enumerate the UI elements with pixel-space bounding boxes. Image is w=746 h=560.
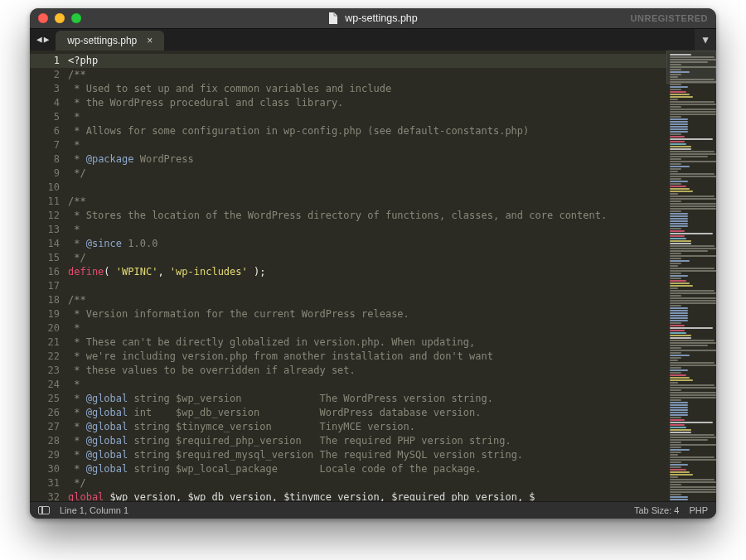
line-number[interactable]: 24 xyxy=(30,378,68,392)
code-line[interactable]: * @global string $required_php_version T… xyxy=(68,434,666,448)
code-line[interactable]: define( 'WPINC', 'wp-includes' ); xyxy=(68,265,666,279)
code-line[interactable]: * These can't be directly globalized in … xyxy=(68,336,666,350)
history-nav: ◀ ▶ xyxy=(30,29,56,50)
code-line[interactable]: * xyxy=(68,138,666,152)
editor-window: wp-settings.php UNREGISTERED ◀ ▶ wp-sett… xyxy=(30,8,716,519)
code-line[interactable] xyxy=(68,279,666,293)
line-number[interactable]: 6 xyxy=(30,124,68,138)
minimize-window-button[interactable] xyxy=(55,13,65,23)
zoom-window-button[interactable] xyxy=(71,13,81,23)
code-line[interactable]: */ xyxy=(68,251,666,265)
code-line[interactable]: /** xyxy=(68,68,666,82)
document-icon xyxy=(328,12,338,24)
code-line[interactable]: * we're including version.php from anoth… xyxy=(68,350,666,364)
code-line[interactable]: <?php xyxy=(68,54,666,68)
code-line[interactable]: * xyxy=(68,321,666,336)
line-number[interactable]: 11 xyxy=(30,195,68,209)
tabstrip: ◀ ▶ wp-settings.php × ▼ xyxy=(30,28,716,50)
code-line[interactable]: * @package WordPress xyxy=(68,152,666,167)
license-status[interactable]: UNREGISTERED xyxy=(631,13,708,23)
line-number[interactable]: 16 xyxy=(30,265,68,279)
code-line[interactable]: * @global int $wp_db_version WordPress d… xyxy=(68,406,666,420)
line-number[interactable]: 30 xyxy=(30,462,68,476)
code-line[interactable] xyxy=(68,181,666,195)
line-number[interactable]: 7 xyxy=(30,138,68,152)
code-line[interactable]: * xyxy=(68,223,666,237)
code-line[interactable]: global $wp_version, $wp_db_version, $tin… xyxy=(68,490,666,502)
line-number[interactable]: 4 xyxy=(30,96,68,110)
code-line[interactable]: * @global string $required_mysql_version… xyxy=(68,448,666,462)
chevron-down-icon: ▼ xyxy=(702,34,708,46)
code-line[interactable]: * the WordPress procedural and class lib… xyxy=(68,96,666,110)
code-line[interactable]: * @global string $tinymce_version TinyMC… xyxy=(68,420,666,434)
title-filename: wp-settings.php xyxy=(345,12,418,24)
history-forward-button[interactable]: ▶ xyxy=(44,34,50,45)
title-center: wp-settings.php xyxy=(30,12,716,24)
line-number[interactable]: 14 xyxy=(30,237,68,251)
line-number[interactable]: 12 xyxy=(30,209,68,223)
tab-label: wp-settings.php xyxy=(67,35,137,46)
line-number[interactable]: 26 xyxy=(30,406,68,420)
line-number[interactable]: 21 xyxy=(30,336,68,350)
line-number[interactable]: 22 xyxy=(30,350,68,364)
tab-size-menu[interactable]: Tab Size: 4 xyxy=(634,505,679,515)
line-number[interactable]: 13 xyxy=(30,223,68,237)
line-number[interactable]: 28 xyxy=(30,434,68,448)
minimap-viewport[interactable] xyxy=(666,51,716,84)
side-panel-toggle-icon[interactable] xyxy=(38,506,50,514)
line-number[interactable]: 20 xyxy=(30,321,68,336)
statusbar: Line 1, Column 1 Tab Size: 4 PHP xyxy=(30,501,716,519)
code-view[interactable]: <?php/** * Used to set up and fix common… xyxy=(68,51,666,502)
code-line[interactable]: /** xyxy=(68,195,666,209)
syntax-menu[interactable]: PHP xyxy=(689,505,708,515)
code-line[interactable]: /** xyxy=(68,293,666,307)
code-line[interactable]: * Used to set up and fix common variable… xyxy=(68,82,666,96)
line-number[interactable]: 29 xyxy=(30,448,68,462)
line-number[interactable]: 9 xyxy=(30,167,68,181)
line-number[interactable]: 19 xyxy=(30,307,68,321)
line-number[interactable]: 10 xyxy=(30,181,68,195)
line-number[interactable]: 17 xyxy=(30,279,68,293)
line-number[interactable]: 18 xyxy=(30,293,68,307)
code-line[interactable]: * Version information for the current Wo… xyxy=(68,307,666,321)
minimap[interactable] xyxy=(666,51,716,502)
code-line[interactable]: */ xyxy=(68,167,666,181)
line-number[interactable]: 23 xyxy=(30,364,68,378)
tab-close-button[interactable]: × xyxy=(147,35,153,46)
line-number[interactable]: 1 xyxy=(30,54,68,68)
window-controls xyxy=(38,13,81,23)
code-line[interactable]: * Allows for some configuration in wp-co… xyxy=(68,124,666,138)
line-number[interactable]: 25 xyxy=(30,392,68,406)
code-line[interactable]: * @since 1.0.0 xyxy=(68,237,666,251)
code-line[interactable]: * @global string $wp_local_package Local… xyxy=(68,462,666,476)
tab-overflow-button[interactable]: ▼ xyxy=(695,29,716,50)
code-line[interactable]: * xyxy=(68,110,666,124)
code-line[interactable]: * xyxy=(68,378,666,392)
line-number[interactable]: 5 xyxy=(30,110,68,124)
line-number[interactable]: 31 xyxy=(30,476,68,490)
titlebar: wp-settings.php UNREGISTERED xyxy=(30,8,716,28)
code-line[interactable]: * these values to be overridden if alrea… xyxy=(68,364,666,378)
code-line[interactable]: * @global string $wp_version The WordPre… xyxy=(68,392,666,406)
line-number[interactable]: 27 xyxy=(30,420,68,434)
line-number[interactable]: 2 xyxy=(30,68,68,82)
line-number[interactable]: 8 xyxy=(30,152,68,167)
history-back-button[interactable]: ◀ xyxy=(36,34,42,45)
editor-area: 1234567891011121314151617181920212223242… xyxy=(30,51,716,502)
code-line[interactable]: */ xyxy=(68,476,666,490)
line-number[interactable]: 32 xyxy=(30,490,68,502)
line-number[interactable]: 15 xyxy=(30,251,68,265)
code-line[interactable]: * Stores the location of the WordPress d… xyxy=(68,209,666,223)
line-number-gutter[interactable]: 1234567891011121314151617181920212223242… xyxy=(30,51,68,502)
close-window-button[interactable] xyxy=(38,13,48,23)
tab-active[interactable]: wp-settings.php × xyxy=(56,31,164,50)
cursor-position[interactable]: Line 1, Column 1 xyxy=(60,505,128,515)
line-number[interactable]: 3 xyxy=(30,82,68,96)
